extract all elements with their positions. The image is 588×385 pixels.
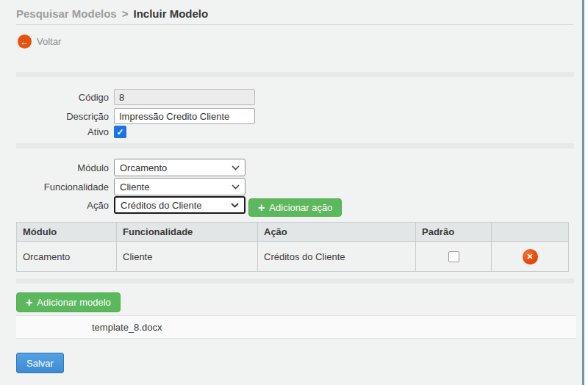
col-header-actions	[492, 223, 569, 242]
cell-funcionalidade: Cliente	[117, 242, 258, 272]
chevron-down-icon	[231, 203, 239, 208]
acao-select-value: Créditos do Cliente	[121, 200, 202, 211]
codigo-input[interactable]	[114, 89, 255, 105]
save-button[interactable]: Salvar	[16, 353, 64, 373]
panel-right-border	[582, 0, 584, 385]
arrow-left-circle-icon: ←	[18, 35, 32, 48]
funcionalidade-select-value: Cliente	[120, 181, 149, 192]
acao-select[interactable]: Créditos do Cliente	[114, 196, 245, 214]
descricao-row: Descrição	[16, 108, 255, 124]
modulo-row: Módulo Orcamento	[16, 159, 245, 176]
section-divider	[16, 143, 574, 148]
funcionalidade-select[interactable]: Cliente	[114, 178, 245, 195]
add-action-button[interactable]: + Adicionar ação	[248, 198, 342, 217]
add-model-button[interactable]: + Adicionar modelo	[16, 292, 121, 312]
back-button-label: Voltar	[37, 36, 61, 47]
add-model-button-label: Adicionar modelo	[37, 297, 110, 308]
descricao-label: Descrição	[16, 111, 109, 122]
section-divider	[16, 278, 574, 284]
breadcrumb-parent-link[interactable]: Pesquisar Modelos	[16, 7, 117, 20]
incluir-modelo-page: Pesquisar Modelos>Incluir Modelo ← Volta…	[0, 0, 588, 385]
col-header-acao: Ação	[258, 223, 416, 242]
modulo-label: Módulo	[16, 162, 109, 173]
padrao-checkbox[interactable]: ✓	[448, 251, 459, 262]
acao-row: Ação Créditos do Cliente	[16, 196, 245, 214]
ativo-row: Ativo ✓	[16, 126, 126, 138]
actions-table: Módulo Funcionalidade Ação Padrão Orcame…	[16, 222, 569, 272]
back-button[interactable]: ← Voltar	[18, 35, 61, 48]
cell-modulo: Orcamento	[17, 242, 117, 272]
check-icon: ✓	[116, 128, 123, 137]
model-file-name: template_8.docx	[16, 322, 162, 333]
modulo-select-value: Orcamento	[120, 162, 167, 173]
cell-acao: Créditos do Cliente	[258, 242, 416, 272]
modulo-select[interactable]: Orcamento	[114, 159, 245, 176]
ativo-label: Ativo	[16, 126, 109, 137]
plus-icon: +	[26, 297, 32, 309]
chevron-down-icon	[232, 165, 240, 170]
breadcrumb: Pesquisar Modelos>Incluir Modelo	[16, 7, 573, 25]
col-header-funcionalidade: Funcionalidade	[117, 223, 258, 242]
funcionalidade-row: Funcionalidade Cliente	[16, 178, 245, 195]
breadcrumb-separator: >	[122, 7, 129, 20]
model-file-list-item[interactable]: template_8.docx	[16, 315, 576, 339]
acao-label: Ação	[16, 200, 109, 211]
x-circle-icon: ✕	[526, 253, 533, 261]
descricao-input[interactable]	[114, 108, 255, 124]
col-header-modulo: Módulo	[17, 223, 117, 242]
col-header-padrao: Padrão	[416, 223, 492, 242]
table-row: Orcamento Cliente Créditos do Cliente ✓ …	[17, 242, 569, 272]
codigo-row: Código	[16, 89, 255, 105]
chevron-down-icon	[232, 184, 240, 190]
plus-icon: +	[258, 202, 265, 214]
funcionalidade-label: Funcionalidade	[16, 181, 109, 192]
add-action-button-label: Adicionar ação	[269, 202, 332, 213]
section-divider	[16, 72, 574, 77]
delete-row-button[interactable]: ✕	[523, 249, 538, 265]
codigo-label: Código	[16, 92, 109, 103]
right-margin	[584, 0, 588, 385]
page-title: Incluir Modelo	[133, 7, 208, 20]
ativo-checkbox[interactable]: ✓	[114, 126, 126, 138]
table-header-row: Módulo Funcionalidade Ação Padrão	[17, 223, 569, 242]
